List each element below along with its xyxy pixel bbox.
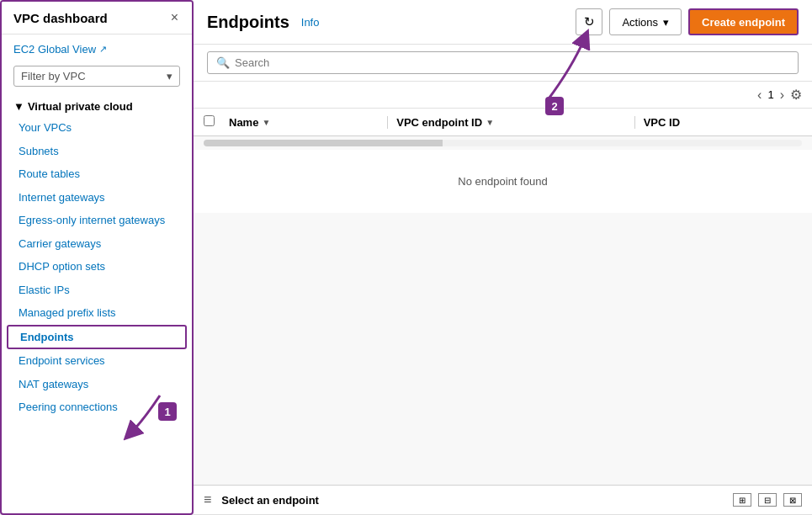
panel-icon-1[interactable]: ⊞: [733, 493, 751, 507]
page-title: Endpoints: [207, 13, 289, 32]
th-name: Name ▼: [229, 116, 387, 129]
hamburger-icon[interactable]: ≡: [204, 492, 211, 507]
next-page-button[interactable]: ›: [778, 88, 787, 103]
actions-button[interactable]: Actions ▾: [609, 8, 682, 35]
sidebar-item-dhcp[interactable]: DHCP option sets: [2, 255, 192, 279]
settings-button[interactable]: ⚙: [790, 87, 802, 103]
search-input[interactable]: [235, 56, 789, 69]
sort-icon-name[interactable]: ▼: [262, 118, 270, 127]
prev-page-button[interactable]: ‹: [755, 88, 764, 103]
filter-by-vpc-dropdown[interactable]: Filter by VPC ▾: [13, 66, 180, 87]
bottom-toolbar: ≡ Select an endpoint ⊞ ⊟ ⊠: [194, 486, 812, 515]
refresh-button[interactable]: ↻: [576, 8, 602, 35]
pagination: ‹ 1 › ⚙: [755, 87, 802, 103]
info-link[interactable]: Info: [301, 16, 320, 29]
sidebar-item-subnets[interactable]: Subnets: [2, 140, 192, 163]
chevron-down-icon: ▾: [167, 70, 172, 82]
ec2-global-view-link[interactable]: EC2 Global View ↗: [2, 35, 192, 61]
create-endpoint-button[interactable]: Create endpoint: [688, 8, 799, 35]
sidebar-item-peering[interactable]: Peering connections: [2, 396, 192, 419]
actions-label: Actions: [622, 16, 658, 29]
topbar: Endpoints Info ↻ Actions ▾ Create endpoi…: [194, 0, 812, 45]
table-header: Name ▼ VPC endpoint ID ▼ VPC ID: [194, 109, 812, 136]
close-button[interactable]: ×: [169, 10, 180, 25]
sidebar-item-managed-prefix[interactable]: Managed prefix lists: [2, 301, 192, 325]
sort-icon-vpc-endpoint[interactable]: ▼: [486, 118, 494, 127]
sidebar-item-internet-gateways[interactable]: Internet gateways: [2, 186, 192, 210]
th-vpc-id: VPC ID: [634, 116, 802, 129]
sidebar-item-elastic-ips[interactable]: Elastic IPs: [2, 279, 192, 302]
sidebar-title: VPC dashboard: [13, 11, 108, 25]
select-endpoint-label: Select an endpoint: [221, 494, 319, 507]
sidebar: VPC dashboard × EC2 Global View ↗ Filter…: [0, 0, 194, 515]
select-all-checkbox[interactable]: [204, 115, 215, 126]
panel-icon-3[interactable]: ⊠: [783, 493, 802, 507]
search-bar: 🔍: [194, 45, 812, 82]
sidebar-header: VPC dashboard ×: [2, 2, 192, 35]
sidebar-item-route-tables[interactable]: Route tables: [2, 162, 192, 186]
sidebar-item-endpoints[interactable]: Endpoints: [7, 325, 187, 350]
table-area: ‹ 1 › ⚙ Name ▼ VPC endpoint ID ▼ VPC ID: [194, 82, 812, 485]
sidebar-item-carrier-gateways[interactable]: Carrier gateways: [2, 232, 192, 256]
sidebar-body: EC2 Global View ↗ Filter by VPC ▾ ▼ Virt…: [2, 35, 192, 513]
external-link-icon: ↗: [99, 44, 107, 55]
empty-state-message: No endpoint found: [194, 150, 812, 213]
section-header-vpc: ▼ Virtual private cloud: [2, 95, 192, 116]
chevron-down-icon: ▼: [13, 100, 24, 113]
main-content: Endpoints Info ↻ Actions ▾ Create endpoi…: [194, 0, 812, 515]
search-input-wrap: 🔍: [207, 51, 799, 74]
dropdown-icon: ▾: [663, 16, 669, 29]
table-toolbar: ‹ 1 › ⚙: [194, 82, 812, 109]
th-vpc-endpoint-id: VPC endpoint ID ▼: [387, 116, 634, 129]
refresh-icon: ↻: [584, 14, 595, 29]
th-checkbox: [204, 115, 229, 129]
horizontal-scrollbar[interactable]: [204, 140, 802, 146]
bottom-panel: ≡ Select an endpoint ⊞ ⊟ ⊠: [194, 485, 812, 515]
sidebar-item-your-vpcs[interactable]: Your VPCs: [2, 116, 192, 140]
sidebar-item-nat-gateways[interactable]: NAT gateways: [2, 373, 192, 396]
page-number: 1: [767, 88, 773, 101]
sidebar-item-endpoint-services[interactable]: Endpoint services: [2, 349, 192, 373]
search-icon: 🔍: [216, 56, 230, 69]
sidebar-item-egress-only[interactable]: Egress-only internet gateways: [2, 209, 192, 232]
bottom-toolbar-icons: ⊞ ⊟ ⊠: [733, 493, 802, 507]
panel-icon-2[interactable]: ⊟: [758, 493, 777, 507]
